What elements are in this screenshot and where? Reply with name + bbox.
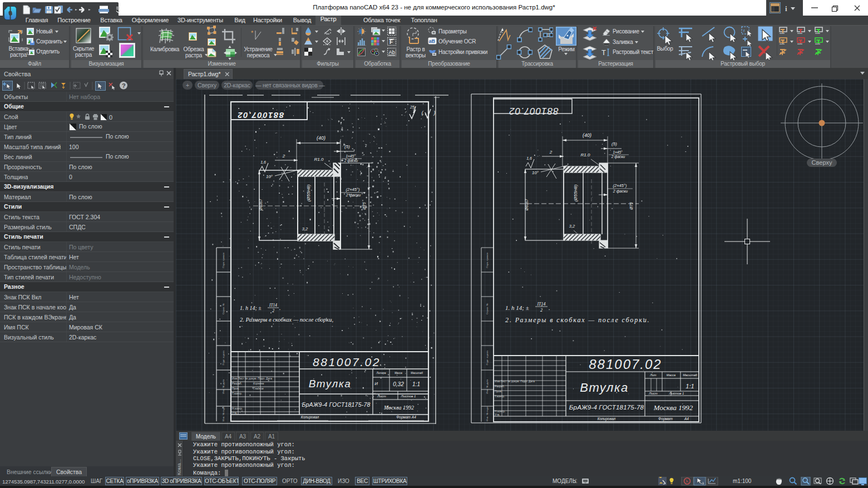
svg-text:1. h 14; ±: 1. h 14; ± xyxy=(505,304,529,311)
svg-text:2 фаски: 2 фаски xyxy=(611,155,625,159)
svg-text:1×45°: 1×45° xyxy=(613,150,623,154)
svg-text:Изм Лист № докум. Подп. Дат: Изм Лист № докум. Подп. Дата xyxy=(495,379,535,383)
svg-text:(5): (5) xyxy=(611,141,617,146)
svg-text:(2×45°): (2×45°) xyxy=(346,187,360,192)
svg-text:1,6: 1,6 xyxy=(260,160,266,164)
svg-text:*: * xyxy=(251,29,254,36)
svg-text:2. Размеры в скобках — после: 2. Размеры в скобках — после сборки, xyxy=(240,317,333,323)
svg-text:Масштаб: Масштаб xyxy=(411,372,423,374)
svg-text:Копировал: Копировал xyxy=(301,415,319,420)
svg-text:Инв. № подл.: Инв. № подл. xyxy=(486,406,489,421)
svg-text:Ab: Ab xyxy=(389,49,396,55)
svg-text:1,6: 1,6 xyxy=(526,156,532,160)
svg-text:2: 2 xyxy=(540,308,542,313)
svg-text:Пров.: Пров. xyxy=(495,390,502,393)
svg-text:(2×45°): (2×45°) xyxy=(613,183,627,188)
svg-text:(40): (40) xyxy=(583,132,591,138)
svg-text:Втулка: Втулка xyxy=(580,381,628,395)
svg-text:Листов 1: Листов 1 xyxy=(669,392,684,395)
svg-text:10°: 10° xyxy=(532,170,539,175)
svg-text:Пров.: Пров. xyxy=(232,387,239,390)
svg-text:): ) xyxy=(433,110,436,116)
svg-text:IT14: IT14 xyxy=(536,302,545,307)
svg-text:Лист: Лист xyxy=(648,392,657,395)
svg-text:Разраб.: Разраб. xyxy=(495,385,505,388)
svg-text:Корнеев: Корнеев xyxy=(253,382,264,385)
svg-text:?: ? xyxy=(122,82,126,89)
svg-text:1:1: 1:1 xyxy=(412,381,420,387)
svg-text:T: T xyxy=(601,48,606,56)
svg-text:1. h 14; ±: 1. h 14; ± xyxy=(240,305,262,311)
svg-text:i: i xyxy=(785,4,787,13)
svg-text:881007.02: 881007.02 xyxy=(589,357,662,372)
svg-text:Лит: Лит xyxy=(649,373,657,377)
svg-text:Листов 1: Листов 1 xyxy=(401,395,416,398)
svg-text:f: f xyxy=(743,28,745,33)
svg-text:Т.контр.: Т.контр. xyxy=(495,395,505,398)
svg-text:Перв. примен.: Перв. примен. xyxy=(222,252,225,268)
svg-text:2: 2 xyxy=(282,154,285,159)
svg-text:Ø63s7: Ø63s7 xyxy=(525,199,529,211)
svg-text:1:1: 1:1 xyxy=(685,383,694,390)
svg-text:25: 25 xyxy=(410,105,415,109)
svg-text:Т.контр.: Т.контр. xyxy=(232,392,242,395)
svg-text:2: 2 xyxy=(549,150,553,155)
svg-text:IT14: IT14 xyxy=(269,303,277,308)
svg-text:Копировал: Копировал xyxy=(598,417,616,421)
svg-text:1×45°: 1×45° xyxy=(346,154,356,158)
svg-text:.: . xyxy=(279,305,281,311)
svg-text:10°: 10° xyxy=(266,174,273,179)
svg-text:3,2: 3,2 xyxy=(569,224,575,229)
svg-text:Масса: Масса xyxy=(394,372,402,374)
svg-text:Ø63s7: Ø63s7 xyxy=(259,199,263,211)
svg-text:(40): (40) xyxy=(317,135,326,141)
svg-text:2: 2 xyxy=(272,308,274,313)
svg-text:Справ. №: Справ. № xyxy=(486,303,489,314)
svg-text:Литера: Литера xyxy=(376,372,386,374)
svg-text:(5): (5) xyxy=(344,144,350,149)
svg-text:Подп. и дата: Подп. и дата xyxy=(486,351,489,365)
svg-text:Утв.: Утв. xyxy=(232,411,238,415)
svg-text:Гладков: Гладков xyxy=(253,387,264,390)
svg-text:Ø75: Ø75 xyxy=(362,202,366,210)
svg-text:И: И xyxy=(374,381,378,386)
svg-text:2. Размеры в скобках — после: 2. Размеры в скобках — после сборки. xyxy=(505,316,650,324)
svg-text:Утв.: Утв. xyxy=(495,413,500,416)
svg-text:Инв. № дубл.: Инв. № дубл. xyxy=(486,378,489,393)
svg-text:R1.0: R1.0 xyxy=(581,152,590,157)
svg-text:Н.контр.: Н.контр. xyxy=(232,407,243,410)
svg-text:(: ( xyxy=(422,110,424,116)
svg-text:Ø75: Ø75 xyxy=(629,202,633,210)
svg-text:.: . xyxy=(549,304,550,311)
svg-text:Изм Лист № докум. Подп. Да: Изм Лист № докум. Подп. Дата xyxy=(232,377,272,380)
svg-text:Формат А4: Формат А4 xyxy=(396,415,416,420)
svg-text:Справ. №: Справ. № xyxy=(222,303,225,314)
svg-text:(Ø55H8): (Ø55H8) xyxy=(306,184,311,201)
svg-text:Масштаб: Масштаб xyxy=(683,373,698,377)
svg-text:Москва 1992: Москва 1992 xyxy=(653,403,693,412)
svg-text:БрАЖ9-4 ГОСТ18175-78: БрАЖ9-4 ГОСТ18175-78 xyxy=(302,401,371,408)
svg-text:0,32: 0,32 xyxy=(393,381,404,387)
svg-text:0: 0 xyxy=(109,114,112,121)
svg-text:Лист: Лист xyxy=(377,395,386,398)
svg-text:Формат: Формат xyxy=(658,417,673,421)
svg-text:Инв. № дубл.: Инв. № дубл. xyxy=(222,378,225,393)
svg-text:Москва 1992: Москва 1992 xyxy=(383,405,414,411)
svg-text:Перв. примен.: Перв. примен. xyxy=(486,252,489,268)
svg-text:А4: А4 xyxy=(684,417,689,421)
svg-text:881007.02: 881007.02 xyxy=(237,111,284,120)
svg-text:Разраб.: Разраб. xyxy=(232,382,242,385)
svg-text:2 фаски: 2 фаски xyxy=(613,189,628,194)
svg-text:Подп. и дата: Подп. и дата xyxy=(222,351,225,365)
svg-text:881007.02: 881007.02 xyxy=(509,106,558,116)
svg-text:БрАЖ9-4 ГОСТ18175-78: БрАЖ9-4 ГОСТ18175-78 xyxy=(569,404,644,411)
svg-text:ℇ: ℇ xyxy=(574,479,578,484)
svg-text:881007.02: 881007.02 xyxy=(313,356,381,368)
svg-text:(Ø55H8): (Ø55H8) xyxy=(573,184,578,201)
svg-text:aB: aB xyxy=(429,38,436,44)
svg-text:Масса: Масса xyxy=(667,373,675,377)
svg-text:Втулка: Втулка xyxy=(309,378,352,390)
svg-text:3,2: 3,2 xyxy=(302,226,308,231)
svg-text:R1.0: R1.0 xyxy=(314,157,324,162)
